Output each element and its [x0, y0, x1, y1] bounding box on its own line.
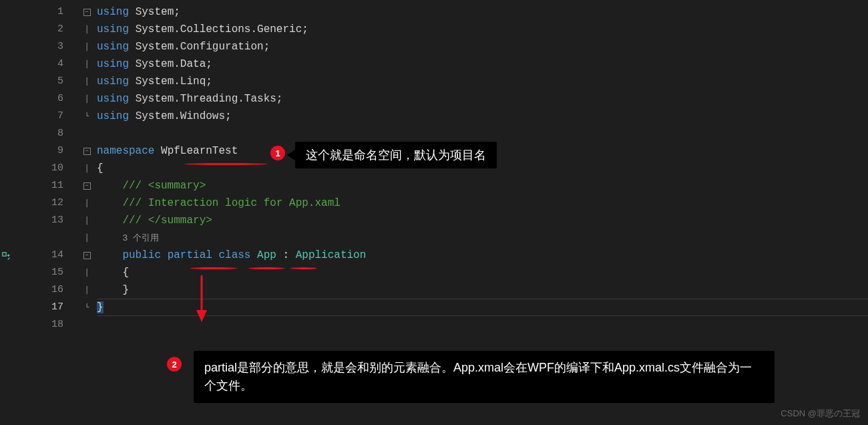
line-number: 14 — [13, 247, 77, 264]
code-line[interactable]: public partial class App : Application — [97, 247, 868, 264]
fold-guide: │ — [77, 212, 97, 229]
line-number-gutter[interactable]: 1 2 3 4 5 6 7 8 9 10 11 12 13 14 15 16 1… — [13, 0, 77, 425]
svg-rect-0 — [3, 253, 6, 256]
annotation-text: 这个就是命名空间，默认为项目名 — [306, 147, 486, 163]
fold-guide: └ — [77, 299, 97, 316]
code-line[interactable]: using System.Collections.Generic; — [97, 21, 868, 38]
code-line[interactable]: } — [97, 281, 868, 299]
code-line[interactable]: } — [97, 299, 868, 316]
annotation-badge-2: 2 — [167, 357, 182, 372]
fold-toggle[interactable]: − — [77, 142, 97, 160]
annotation-callout-2: partial是部分的意思，就是会和别的元素融合。App.xmal会在WPF的编… — [194, 351, 775, 403]
annotation-underline — [190, 267, 238, 269]
line-number: 1 — [13, 3, 77, 21]
line-number: 13 — [13, 212, 77, 229]
annotation-underline — [184, 163, 268, 165]
code-line[interactable]: /// <summary> — [97, 177, 868, 194]
fold-toggle[interactable]: − — [77, 247, 97, 264]
fold-toggle[interactable]: − — [77, 177, 97, 194]
fold-guide: │ — [77, 160, 97, 177]
fold-guide: │ — [77, 73, 97, 90]
annotation-underline — [248, 267, 285, 269]
left-margin — [0, 0, 13, 425]
interface-margin-icon[interactable] — [1, 251, 12, 262]
line-number: 5 — [13, 73, 77, 90]
line-number: 11 — [13, 177, 77, 194]
code-line[interactable]: using System.Configuration; — [97, 38, 868, 55]
code-line[interactable]: using System.Linq; — [97, 73, 868, 90]
line-number: 7 — [13, 108, 77, 125]
code-line[interactable]: { — [97, 264, 868, 281]
line-number: 10 — [13, 160, 77, 177]
line-number: 4 — [13, 55, 77, 73]
line-number: 3 — [13, 38, 77, 55]
code-line[interactable]: /// Interaction logic for App.xaml — [97, 194, 868, 212]
annotation-underline — [290, 267, 317, 269]
fold-guide: │ — [77, 38, 97, 55]
fold-guide: │ — [77, 229, 97, 247]
fold-guide: │ — [77, 55, 97, 73]
codelens-line[interactable]: 3 个引用 — [97, 229, 868, 247]
line-number: 18 — [13, 316, 77, 333]
line-number: 16 — [13, 281, 77, 299]
svg-marker-2 — [196, 310, 207, 322]
line-number: 8 — [13, 125, 77, 142]
line-number: 9 — [13, 142, 77, 160]
code-line[interactable]: using System; — [97, 3, 868, 21]
fold-toggle[interactable]: − — [77, 3, 97, 21]
fold-guide: │ — [77, 90, 97, 108]
fold-guide: │ — [77, 264, 97, 281]
watermark: CSDN @罪恶の王冠 — [781, 408, 860, 420]
code-line[interactable] — [97, 316, 868, 333]
fold-guide: │ — [77, 194, 97, 212]
annotation-arrow-icon — [194, 275, 210, 325]
code-line[interactable]: using System.Threading.Tasks; — [97, 90, 868, 108]
annotation-text: partial是部分的意思，就是会和别的元素融合。App.xmal会在WPF的编… — [204, 359, 764, 395]
annotation-callout-1: 这个就是命名空间，默认为项目名 — [295, 142, 497, 168]
fold-guide: │ — [77, 21, 97, 38]
code-line[interactable]: using System.Data; — [97, 55, 868, 73]
annotation-badge-1: 1 — [270, 146, 285, 160]
code-line[interactable]: /// </summary> — [97, 212, 868, 229]
fold-gutter: − │ │ │ │ │ └ − │ − │ │ │ − │ │ └ — [77, 0, 97, 425]
line-number: 17 — [13, 299, 77, 316]
fold-guide: │ — [77, 281, 97, 299]
line-number: 12 — [13, 194, 77, 212]
line-number: 15 — [13, 264, 77, 281]
code-line[interactable] — [97, 125, 868, 142]
line-number: 2 — [13, 21, 77, 38]
line-number — [13, 229, 77, 247]
fold-guide: └ — [77, 108, 97, 125]
line-number: 6 — [13, 90, 77, 108]
code-line[interactable]: using System.Windows; — [97, 108, 868, 125]
